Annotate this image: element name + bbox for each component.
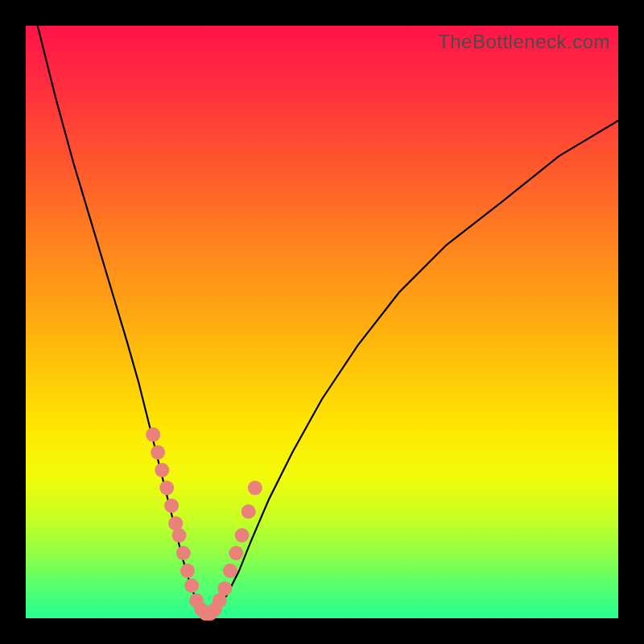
data-point (146, 427, 160, 442)
data-point (159, 481, 174, 495)
data-point (176, 546, 191, 560)
data-point (242, 505, 256, 519)
data-point (235, 528, 250, 543)
data-point (164, 498, 179, 513)
data-point (172, 528, 187, 543)
data-point (184, 579, 199, 593)
data-point (180, 564, 195, 578)
data-point (217, 581, 232, 596)
chart-frame: TheBottleneck.com (0, 0, 644, 644)
data-points-group (146, 427, 262, 621)
curve-layer (26, 26, 618, 618)
data-point (155, 463, 169, 477)
data-point (223, 564, 237, 578)
data-point (229, 546, 243, 560)
bottleneck-curve (38, 26, 618, 615)
data-point (151, 445, 165, 460)
data-point (248, 481, 262, 495)
plot-area: TheBottleneck.com (26, 26, 618, 618)
